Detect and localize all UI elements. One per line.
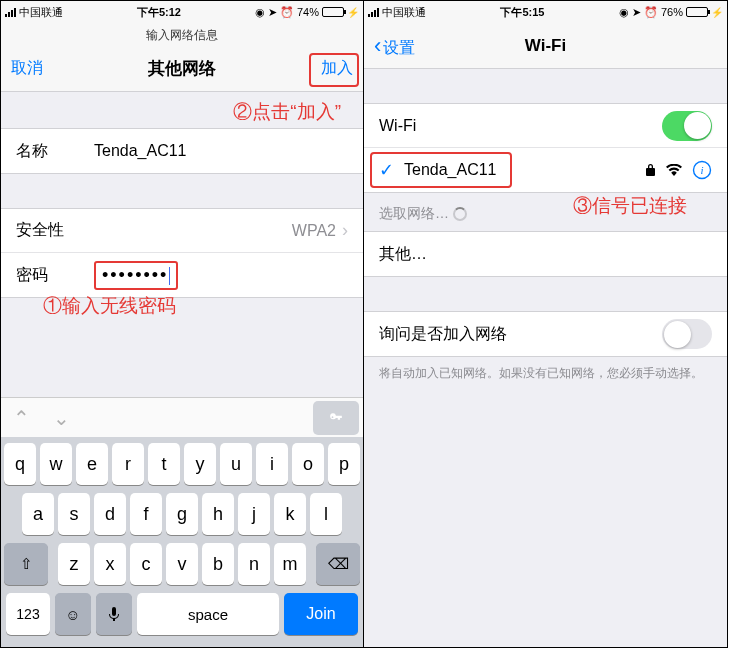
key-j[interactable]: j [238,493,270,535]
clock: 下午5:15 [426,5,619,20]
key-i[interactable]: i [256,443,288,485]
wifi-toggle[interactable] [662,111,712,141]
spinner-icon [453,207,467,221]
clock: 下午5:12 [63,5,255,20]
signal-icon [5,8,16,17]
key-t[interactable]: t [148,443,180,485]
page-title: Wi-Fi [428,36,663,56]
key-c[interactable]: c [130,543,162,585]
key-d[interactable]: d [94,493,126,535]
key-p[interactable]: p [328,443,360,485]
kb-down-icon[interactable]: ⌄ [41,406,81,430]
battery-percent: 76% [661,6,683,18]
compass-icon: ◉ [255,6,265,19]
carrier-label: 中国联通 [382,5,426,20]
phone-left: 中国联通 下午5:12 ◉ ➤ ⏰ 74% ⚡ 输入网络信息 取消 其他网络 加… [0,0,364,648]
key-r[interactable]: r [112,443,144,485]
space-key[interactable]: space [137,593,279,635]
navbar: ‹设置 Wi-Fi [364,23,727,69]
location-icon: ➤ [632,6,641,19]
annotation-3: ③信号已连接 [573,193,687,219]
name-label: 名称 [16,141,94,162]
battery-icon [322,7,344,17]
signal-icon [368,8,379,17]
location-icon: ➤ [268,6,277,19]
key-h[interactable]: h [202,493,234,535]
key-x[interactable]: x [94,543,126,585]
key-y[interactable]: y [184,443,216,485]
backspace-key[interactable]: ⌫ [316,543,360,585]
info-icon[interactable]: i [692,160,712,180]
compass-icon: ◉ [619,6,629,19]
annotation-1: ①输入无线密码 [43,293,176,319]
key-s[interactable]: s [58,493,90,535]
key-a[interactable]: a [22,493,54,535]
key-icon [329,411,343,425]
emoji-key[interactable]: ☺ [55,593,91,635]
carrier-label: 中国联通 [19,5,63,20]
key-l[interactable]: l [310,493,342,535]
security-value: WPA2 [292,222,336,240]
page-title: 其他网络 [65,57,299,80]
password-row[interactable]: 密码 •••••••• [1,253,363,297]
highlight-ssid [370,152,512,188]
key-z[interactable]: z [58,543,90,585]
other-network-row[interactable]: 其他… [364,232,727,276]
other-label: 其他… [379,244,712,265]
ask-join-row: 询问是否加入网络 [364,312,727,356]
statusbar: 中国联通 下午5:15 ◉ ➤ ⏰ 76% ⚡ [364,1,727,23]
phone-right: 中国联通 下午5:15 ◉ ➤ ⏰ 76% ⚡ ‹设置 Wi-Fi Wi-Fi … [364,0,728,648]
charging-icon: ⚡ [711,7,723,18]
password-key-icon[interactable] [313,401,359,435]
key-v[interactable]: v [166,543,198,585]
key-g[interactable]: g [166,493,198,535]
key-u[interactable]: u [220,443,252,485]
mic-icon [108,606,120,622]
svg-text:i: i [700,164,703,176]
chevron-right-icon: › [342,220,348,241]
battery-percent: 74% [297,6,319,18]
wifi-label: Wi-Fi [379,117,662,135]
key-q[interactable]: q [4,443,36,485]
alarm-icon: ⏰ [280,6,294,19]
shift-key[interactable]: ⇧ [4,543,48,585]
connected-network-row[interactable]: ✓ Tenda_AC11 i [364,148,727,192]
kb-up-icon[interactable]: ⌃ [1,406,41,430]
statusbar: 中国联通 下午5:12 ◉ ➤ ⏰ 74% ⚡ [1,1,363,23]
mic-key[interactable] [96,593,132,635]
key-b[interactable]: b [202,543,234,585]
security-row[interactable]: 安全性 WPA2 › [1,209,363,253]
key-k[interactable]: k [274,493,306,535]
ask-join-label: 询问是否加入网络 [379,324,662,345]
key-o[interactable]: o [292,443,324,485]
key-n[interactable]: n [238,543,270,585]
subheading: 输入网络信息 [1,23,363,46]
lock-icon [645,163,656,177]
key-w[interactable]: w [40,443,72,485]
footer-note: 将自动加入已知网络。如果没有已知网络，您必须手动选择。 [364,357,727,382]
keyboard: ⌃ ⌄ qwertyuiop asdfghjkl ⇧ zxcvbnm ⌫ 123… [1,397,363,647]
wifi-icon [666,164,682,176]
password-input[interactable]: •••••••• [94,261,178,290]
highlight-join [309,53,359,87]
annotation-2: ②点击“加入” [233,99,341,125]
security-label: 安全性 [16,220,94,241]
ask-join-toggle[interactable] [662,319,712,349]
network-name-row[interactable]: 名称 Tenda_AC11 [1,129,363,173]
battery-icon [686,7,708,17]
password-label: 密码 [16,265,94,286]
name-value: Tenda_AC11 [94,142,348,160]
keyboard-join-key[interactable]: Join [284,593,358,635]
chevron-left-icon: ‹ [374,33,381,58]
cancel-button[interactable]: 取消 [1,58,65,79]
key-e[interactable]: e [76,443,108,485]
back-button[interactable]: ‹设置 [364,33,428,59]
key-f[interactable]: f [130,493,162,535]
numbers-key[interactable]: 123 [6,593,50,635]
charging-icon: ⚡ [347,7,359,18]
key-m[interactable]: m [274,543,306,585]
wifi-toggle-row: Wi-Fi [364,104,727,148]
alarm-icon: ⏰ [644,6,658,19]
